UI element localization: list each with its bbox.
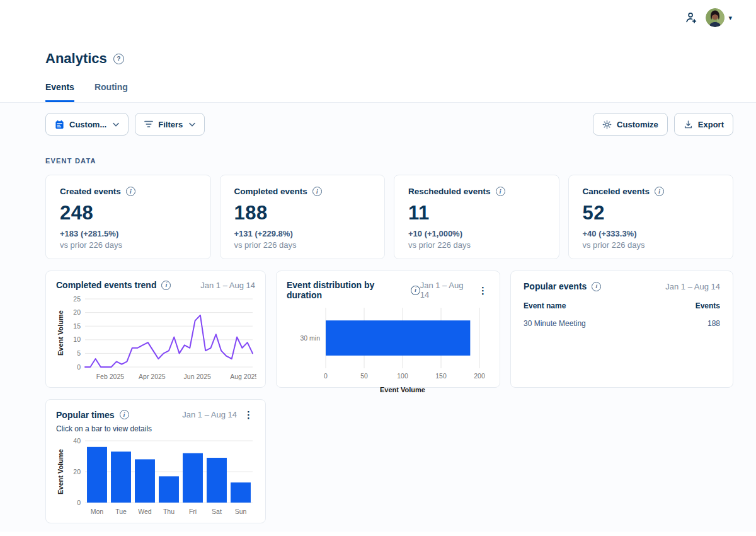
completed-events-trend-chart: 0510152025Feb 2025Apr 2025Jun 2025Aug 20… [56, 294, 255, 386]
stat-value: 188 [234, 202, 371, 224]
svg-text:Mon: Mon [91, 508, 104, 515]
card-title: Event distribution by duration [287, 280, 406, 300]
info-icon[interactable]: i [161, 281, 171, 290]
stat-delta: +131 (+229.8%) [234, 229, 371, 238]
kebab-menu-icon[interactable]: ⋮ [242, 409, 255, 421]
table-header-row: Event name Events [524, 301, 720, 310]
info-icon[interactable]: i [126, 187, 135, 196]
toolbar: Custom... Filters [45, 113, 733, 136]
stat-caption: vs prior 226 days [234, 240, 371, 250]
stat-caption: vs prior 226 days [583, 240, 719, 250]
svg-text:Event Volume: Event Volume [57, 310, 64, 356]
download-icon [684, 120, 693, 129]
filters-button[interactable]: Filters [135, 113, 205, 136]
stat-value: 52 [583, 202, 719, 224]
svg-text:150: 150 [435, 372, 447, 380]
tab-events[interactable]: Events [45, 82, 74, 102]
svg-text:5: 5 [77, 349, 81, 357]
customize-button[interactable]: Customize [593, 113, 668, 136]
popular-events-table: Event name Events 30 Minute Meeting 188 [524, 301, 720, 328]
card-title: Completed events trend [56, 280, 156, 290]
table-row: 30 Minute Meeting 188 [524, 319, 720, 328]
stat-card-canceled-events: Canceled events i 52 +40 (+333.3%) vs pr… [568, 175, 734, 259]
svg-text:15: 15 [73, 322, 81, 330]
stat-caption: vs prior 226 days [408, 240, 545, 250]
stat-card-rescheduled-events: Rescheduled events i 11 +10 (+1,000%) vs… [394, 175, 559, 259]
popular-times-card: Popular times i Jan 1 – Aug 14 ⋮ Click o… [45, 399, 266, 523]
svg-text:Event Volume: Event Volume [57, 449, 64, 494]
svg-text:10: 10 [73, 335, 81, 343]
stat-value: 11 [408, 202, 545, 224]
kebab-menu-icon[interactable]: ⋮ [476, 284, 490, 296]
charts-row: Completed events trend i Jan 1 – Aug 14 … [45, 271, 733, 388]
filters-label: Filters [158, 120, 183, 129]
help-icon[interactable]: ? [113, 54, 124, 64]
svg-text:20: 20 [73, 308, 81, 316]
svg-text:Sat: Sat [212, 508, 222, 515]
svg-text:Feb 2025: Feb 2025 [96, 373, 125, 380]
tab-routing[interactable]: Routing [94, 82, 128, 102]
info-icon[interactable]: i [496, 187, 505, 196]
export-label: Export [698, 120, 724, 129]
gear-icon [602, 120, 612, 129]
stat-caption: vs prior 226 days [60, 240, 197, 250]
stat-card-created-events: Created events i 248 +183 (+281.5%) vs p… [45, 175, 211, 259]
page-title: Analytics [45, 50, 107, 67]
popular-events-card: Popular events i Jan 1 – Aug 14 Event na… [510, 271, 733, 388]
svg-text:0: 0 [324, 372, 328, 380]
stat-value: 248 [60, 202, 197, 224]
stat-delta: +183 (+281.5%) [60, 229, 197, 238]
stat-title: Completed events [234, 187, 307, 196]
duration-chart-svg: 05010015020030 minEvent Volume [287, 304, 491, 396]
event-name-cell: 30 Minute Meeting [524, 319, 586, 328]
user-menu[interactable]: ▾ [706, 8, 732, 27]
calendar-icon [55, 120, 64, 129]
svg-text:200: 200 [474, 372, 485, 380]
svg-text:Sun: Sun [235, 508, 247, 515]
popular-times-subtitle: Click on a bar to view details [56, 424, 255, 433]
completed-events-trend-card: Completed events trend i Jan 1 – Aug 14 … [45, 271, 266, 388]
date-range: Jan 1 – Aug 14 [665, 282, 720, 291]
svg-text:Tue: Tue [115, 508, 127, 515]
info-icon[interactable]: i [120, 410, 129, 419]
section-label-event-data: EVENT DATA [45, 157, 733, 165]
stat-delta: +40 (+333.3%) [583, 229, 719, 238]
chevron-down-icon [113, 122, 119, 127]
column-header-events: Events [696, 301, 720, 310]
export-button[interactable]: Export [674, 113, 733, 136]
date-range-label: Custom... [69, 120, 106, 129]
customize-label: Customize [617, 120, 658, 129]
svg-text:30 min: 30 min [300, 334, 320, 342]
analytics-tabs: Events Routing [45, 82, 756, 102]
popular-times-chart[interactable]: 02040MonTueWedThuFriSatSunEvent Volume [56, 437, 255, 520]
svg-text:0: 0 [77, 499, 81, 506]
avatar[interactable] [706, 8, 724, 27]
svg-text:Thu: Thu [163, 508, 175, 515]
svg-text:0: 0 [77, 363, 81, 371]
page-header: ▾ Analytics ? Events Routing [0, 0, 756, 102]
date-range-button[interactable]: Custom... [45, 113, 129, 136]
column-header-event-name: Event name [524, 301, 566, 310]
info-icon[interactable]: i [411, 286, 420, 295]
svg-text:40: 40 [73, 437, 81, 445]
info-icon[interactable]: i [592, 282, 601, 291]
stat-delta: +10 (+1,000%) [408, 229, 545, 238]
stat-card-completed-events: Completed events i 188 +131 (+229.8%) vs… [220, 175, 386, 259]
chevron-down-icon[interactable]: ▾ [728, 14, 732, 22]
card-title: Popular times [56, 410, 115, 420]
svg-text:100: 100 [397, 372, 408, 380]
topbar: ▾ [0, 0, 756, 35]
date-range: Jan 1 – Aug 14 [182, 410, 237, 419]
info-icon[interactable]: i [312, 187, 322, 196]
add-user-icon[interactable] [684, 11, 698, 25]
events-count-cell: 188 [707, 319, 720, 328]
info-icon[interactable]: i [655, 187, 664, 196]
svg-text:Event Volume: Event Volume [380, 386, 425, 393]
event-distribution-chart: 05010015020030 minEvent Volume [287, 304, 490, 399]
analytics-content: Custom... Filters [0, 102, 756, 532]
svg-text:Wed: Wed [138, 508, 152, 515]
date-range: Jan 1 – Aug 14 [420, 281, 471, 300]
svg-text:25: 25 [73, 295, 81, 303]
date-range: Jan 1 – Aug 14 [200, 281, 255, 290]
svg-text:20: 20 [73, 468, 81, 475]
